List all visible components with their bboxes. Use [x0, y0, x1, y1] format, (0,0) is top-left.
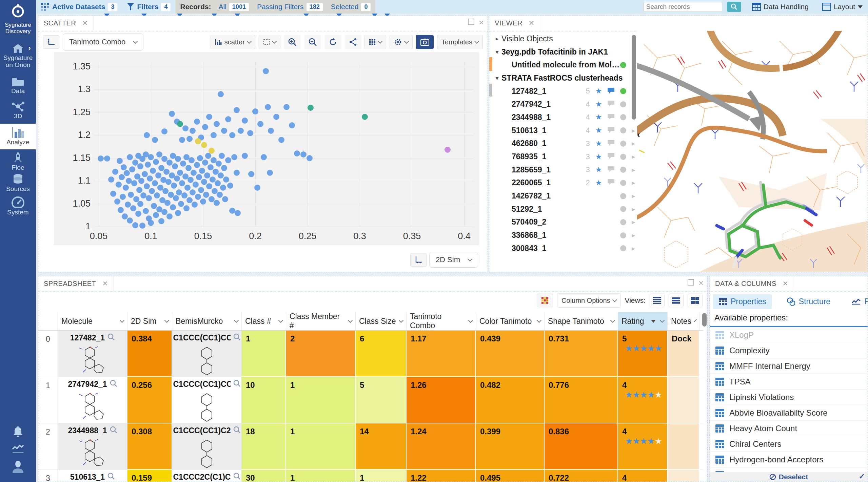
scatter-point[interactable] — [273, 114, 279, 120]
visibility-dot-icon[interactable] — [620, 141, 626, 147]
scatter-point[interactable] — [294, 150, 300, 156]
sidebar-item-orion[interactable]: Sygnature on Orion — [0, 43, 36, 68]
scatter-point[interactable] — [119, 174, 125, 180]
scatter-point[interactable] — [180, 161, 186, 167]
property-item-chiral-centers[interactable]: Chiral Centers — [710, 436, 868, 452]
filters-control[interactable]: Filters 4 — [122, 0, 175, 14]
scatter-point[interactable] — [199, 168, 205, 174]
column-header-notes[interactable]: Notes — [668, 312, 699, 331]
scatter-point[interactable] — [289, 122, 295, 128]
chevron-down-icon[interactable]: ▾ — [493, 75, 501, 82]
cell-class_num[interactable]: 18 — [242, 423, 286, 470]
grid-layout-button[interactable] — [364, 35, 386, 49]
scatter-point[interactable] — [152, 137, 158, 143]
sidebar-item-floe[interactable]: Floe — [0, 152, 36, 171]
cell-class_size[interactable]: 5 — [356, 377, 407, 423]
column-header-shape-tanimoto[interactable]: Shape Tanimoto — [545, 312, 618, 331]
active-datasets-control[interactable]: Active Datasets 3 — [36, 0, 122, 14]
scatter-point[interactable] — [132, 222, 138, 228]
cell-rating[interactable]: 4★★★★★ — [618, 423, 668, 470]
chevron-right-icon[interactable]: ▸ — [632, 245, 635, 252]
scatter-point[interactable] — [158, 218, 164, 224]
scatter-point[interactable] — [118, 207, 124, 213]
viewer-object-row[interactable]: 2747942_14★▸ — [493, 98, 637, 111]
scatter-point[interactable] — [137, 201, 143, 207]
scatter-point[interactable] — [170, 204, 176, 210]
scatter-point[interactable] — [162, 188, 169, 194]
cell-class_member[interactable]: 1 — [286, 423, 356, 470]
chevron-right-icon[interactable]: ▸ — [632, 153, 635, 161]
viewer-object-row[interactable]: 127482_15★▸ — [493, 85, 637, 98]
column-header-tanimoto-combo[interactable]: Tanimoto Combo — [407, 312, 476, 331]
scatter-point[interactable] — [278, 137, 284, 143]
scatter-point[interactable] — [234, 107, 240, 113]
scatter-point[interactable] — [163, 169, 170, 175]
search-input[interactable] — [643, 2, 722, 12]
visibility-dot-icon[interactable] — [620, 219, 626, 225]
star-icon[interactable]: ★ — [595, 126, 602, 135]
cell-class_size[interactable]: 1 — [356, 470, 407, 482]
scatter-point[interactable] — [242, 118, 248, 124]
star-icon[interactable]: ★ — [595, 179, 602, 187]
scatter-point[interactable] — [201, 179, 207, 185]
star-icon[interactable]: ★ — [595, 100, 602, 109]
scatter-point[interactable] — [148, 220, 154, 226]
cell-notes[interactable] — [668, 423, 699, 470]
close-icon[interactable]: ✕ — [783, 279, 788, 288]
protein-3d-viewport[interactable] — [637, 31, 868, 272]
close-icon[interactable]: ✕ — [529, 19, 534, 27]
scatter-point[interactable] — [154, 192, 160, 198]
row-index[interactable]: 0 — [38, 331, 58, 377]
comment-button[interactable] — [607, 100, 615, 109]
star-icon[interactable]: ★ — [595, 113, 602, 122]
records-all-label[interactable]: All — [219, 3, 226, 11]
tab-spreadsheet[interactable]: SPREADSHEET ✕ — [38, 276, 114, 291]
scatter-point[interactable] — [143, 208, 149, 214]
visibility-dot-icon[interactable] — [620, 167, 626, 173]
viewer-object-row[interactable]: 2260065_12★▸ — [493, 176, 637, 190]
tab-properties[interactable]: Properties — [713, 294, 772, 309]
scatter-point[interactable] — [261, 154, 267, 160]
viewer-object-row[interactable]: 570409_2▸ — [493, 216, 637, 229]
reset-view-button[interactable] — [324, 35, 341, 49]
cell-rating[interactable]: 5★★★★★ — [618, 331, 668, 377]
sidebar-item-sources[interactable]: Sources — [0, 174, 36, 193]
activity-button[interactable] — [0, 444, 36, 455]
cell-combo[interactable]: 1.22 — [407, 470, 476, 482]
cell-shape_tan[interactable]: 0.722 — [545, 470, 618, 482]
scatter-point[interactable] — [128, 192, 134, 198]
scatter-point[interactable] — [185, 165, 192, 171]
scatter-point[interactable] — [188, 177, 194, 183]
scatter-point[interactable] — [183, 205, 190, 211]
viewer-object-row[interactable]: Untitled molecule from Mole...▸ — [493, 58, 637, 71]
visibility-dot-icon[interactable] — [620, 232, 626, 238]
magnifier-icon[interactable] — [233, 473, 241, 480]
scatter-point[interactable] — [124, 170, 130, 176]
scatter-point[interactable] — [238, 128, 244, 134]
tab-regression[interactable]: Regre — [846, 294, 868, 309]
viewer-root-row[interactable]: ▸Visible Objects — [493, 32, 637, 45]
scatter-point[interactable] — [211, 132, 217, 138]
viewer-object-row[interactable]: 51292_1▸ — [493, 203, 637, 216]
scatter-point[interactable] — [445, 147, 451, 153]
layout-button[interactable]: Layout — [822, 3, 863, 11]
scatter-point[interactable] — [202, 124, 208, 130]
scatter-point[interactable] — [215, 180, 221, 186]
row-index-header[interactable] — [38, 312, 58, 331]
scatter-point[interactable] — [186, 136, 193, 142]
y-axis-selector[interactable]: Tanimoto Combo — [63, 34, 143, 50]
scatter-point[interactable] — [300, 151, 307, 158]
scatter-point[interactable] — [192, 202, 198, 208]
scatter-point[interactable] — [144, 132, 150, 138]
scatter-plot-area[interactable]: 0.050.10.150.20.250.30.350.411.051.11.15… — [54, 52, 479, 245]
magnifier-icon[interactable] — [107, 473, 115, 480]
scatter-point[interactable] — [197, 155, 203, 161]
scatter-point[interactable] — [263, 68, 269, 74]
close-icon[interactable]: ✕ — [478, 19, 484, 27]
share-button[interactable] — [345, 35, 361, 49]
scatter-point[interactable] — [123, 185, 129, 191]
scatter-point[interactable] — [194, 119, 200, 125]
scatter-point[interactable] — [307, 155, 313, 161]
cell-rating[interactable]: 4★★★★★ — [618, 470, 668, 482]
scatter-point[interactable] — [265, 104, 271, 110]
